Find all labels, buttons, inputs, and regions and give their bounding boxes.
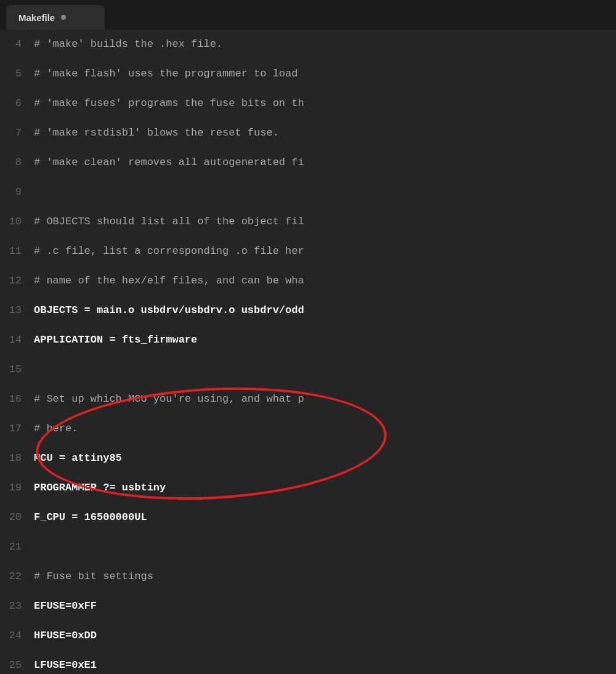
line-number: 12 [0, 267, 34, 294]
line-number: 5 [0, 60, 34, 87]
line-content [34, 534, 40, 561]
table-row: 17# here. [0, 414, 616, 444]
table-row: 5# 'make flash' uses the programmer to l… [0, 59, 616, 89]
table-row: 13OBJECTS = main.o usbdrv/usbdrv.o usbdr… [0, 296, 616, 325]
line-number: 15 [0, 356, 34, 383]
line-number: 16 [0, 386, 34, 413]
table-row: 4# 'make' builds the .hex file. [0, 30, 616, 59]
line-content: # Fuse bit settings [34, 563, 153, 590]
line-content: PROGRAMMER ?= usbtiny [34, 474, 166, 501]
line-content: HFUSE=0xDD [34, 622, 97, 649]
line-content: # 'make flash' uses the programmer to lo… [34, 60, 298, 87]
editor-area: 4# 'make' builds the .hex file.5# 'make … [0, 30, 616, 674]
line-content: OBJECTS = main.o usbdrv/usbdrv.o usbdrv/… [34, 297, 304, 324]
line-number: 25 [0, 652, 34, 674]
table-row: 20F_CPU = 16500000UL [0, 503, 616, 532]
line-content: # .c file, list a corresponding .o file … [34, 238, 304, 265]
table-row: 19PROGRAMMER ?= usbtiny [0, 473, 616, 503]
makefile-tab[interactable]: Makefile [6, 5, 105, 30]
tab-title: Makefile [18, 12, 55, 23]
table-row: 18MCU = attiny85 [0, 444, 616, 473]
table-row: 22# Fuse bit settings [0, 562, 616, 591]
line-content: # name of the hex/elf files, and can be … [34, 267, 304, 294]
line-content: F_CPU = 16500000UL [34, 504, 147, 531]
line-content: # 'make rstdisbl' blows the reset fuse. [34, 120, 279, 147]
table-row: 10# OBJECTS should list all of the objec… [0, 207, 616, 237]
line-content: # 'make' builds the .hex file. [34, 31, 222, 58]
code-container: 4# 'make' builds the .hex file.5# 'make … [0, 30, 616, 674]
line-number: 11 [0, 238, 34, 265]
line-number: 6 [0, 90, 34, 117]
table-row: 25LFUSE=0xE1 [0, 651, 616, 674]
editor-window: Makefile 4# 'make' builds the .hex file.… [0, 0, 616, 674]
table-row: 8# 'make clean' removes all autogenerate… [0, 148, 616, 177]
line-content [34, 179, 40, 206]
line-content [34, 356, 40, 383]
table-row: 12# name of the hex/elf files, and can b… [0, 266, 616, 296]
table-row: 14APPLICATION = fts_firmware [0, 325, 616, 355]
table-row: 11# .c file, list a corresponding .o fil… [0, 237, 616, 266]
line-number: 10 [0, 208, 34, 235]
line-number: 24 [0, 622, 34, 649]
line-number: 13 [0, 297, 34, 324]
line-number: 18 [0, 445, 34, 472]
line-number: 17 [0, 415, 34, 442]
line-content: # Set up which MCU you're using, and wha… [34, 386, 304, 413]
line-number: 14 [0, 327, 34, 354]
line-content: MCU = attiny85 [34, 445, 122, 472]
table-row: 9 [0, 177, 616, 207]
line-number: 19 [0, 474, 34, 501]
line-number: 22 [0, 563, 34, 590]
tab-bar: Makefile [0, 0, 616, 30]
table-row: 24HFUSE=0xDD [0, 621, 616, 651]
table-row: 23EFUSE=0xFF [0, 591, 616, 621]
table-row: 21 [0, 532, 616, 562]
line-content: APPLICATION = fts_firmware [34, 327, 197, 354]
line-content: LFUSE=0xE1 [34, 652, 97, 674]
table-row: 15 [0, 355, 616, 384]
line-number: 9 [0, 179, 34, 206]
line-content: # 'make fuses' programs the fuse bits on… [34, 90, 304, 117]
line-content: EFUSE=0xFF [34, 593, 97, 620]
line-number: 4 [0, 31, 34, 58]
line-number: 7 [0, 120, 34, 147]
line-number: 23 [0, 593, 34, 620]
line-number: 21 [0, 534, 34, 561]
table-row: 7# 'make rstdisbl' blows the reset fuse. [0, 118, 616, 148]
tab-modified-dot [61, 15, 66, 20]
line-content: # here. [34, 415, 78, 442]
table-row: 16# Set up which MCU you're using, and w… [0, 384, 616, 414]
line-content: # OBJECTS should list all of the object … [34, 208, 304, 235]
table-row: 6# 'make fuses' programs the fuse bits o… [0, 89, 616, 118]
line-number: 20 [0, 504, 34, 531]
line-number: 8 [0, 149, 34, 176]
line-content: # 'make clean' removes all autogenerated… [34, 149, 304, 176]
